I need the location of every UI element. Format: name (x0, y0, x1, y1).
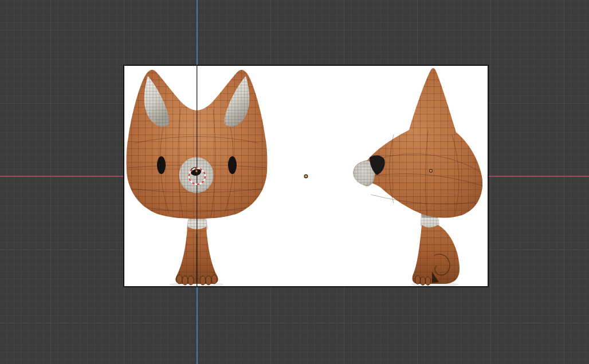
reference-image-plane[interactable] (123, 65, 489, 287)
3d-viewport[interactable] (0, 0, 589, 364)
front-nose-origin-dot[interactable] (195, 170, 198, 172)
fox-side-view[interactable] (353, 68, 483, 286)
side-head-origin-dot[interactable] (430, 169, 433, 172)
reference-image-canvas (124, 66, 488, 286)
front-right-eye (228, 156, 237, 174)
front-left-eye (157, 156, 166, 174)
reference-image-origin-dot[interactable] (304, 175, 308, 178)
side-paw (415, 276, 431, 286)
